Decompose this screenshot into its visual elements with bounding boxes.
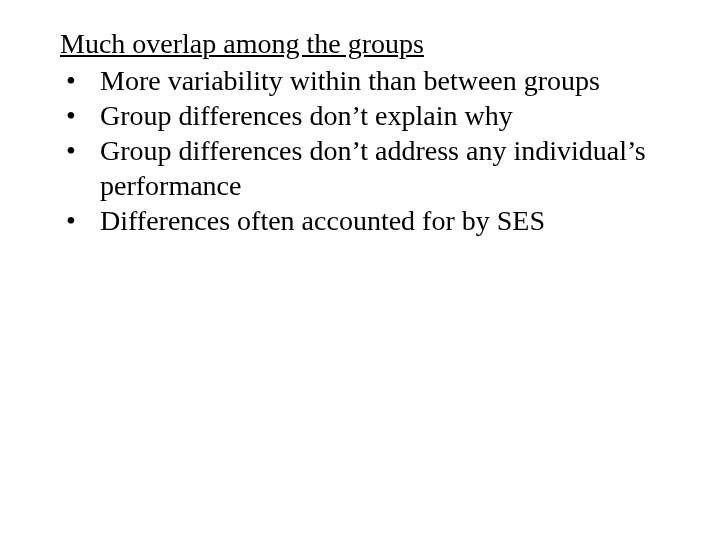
list-item-text: Group differences don’t explain why xyxy=(100,100,513,131)
list-item-text: More variability within than between gro… xyxy=(100,65,600,96)
list-item: • More variability within than between g… xyxy=(60,63,660,98)
slide-heading: Much overlap among the groups xyxy=(60,26,660,61)
bullet-icon: • xyxy=(66,133,76,168)
bullet-list: • More variability within than between g… xyxy=(60,63,660,238)
bullet-icon: • xyxy=(66,63,76,98)
bullet-icon: • xyxy=(66,98,76,133)
list-item: • Differences often accounted for by SES xyxy=(60,203,660,238)
list-item-text: Group differences don’t address any indi… xyxy=(100,135,646,201)
list-item: • Group differences don’t address any in… xyxy=(60,133,660,203)
bullet-icon: • xyxy=(66,203,76,238)
list-item: • Group differences don’t explain why xyxy=(60,98,660,133)
list-item-text: Differences often accounted for by SES xyxy=(100,205,545,236)
